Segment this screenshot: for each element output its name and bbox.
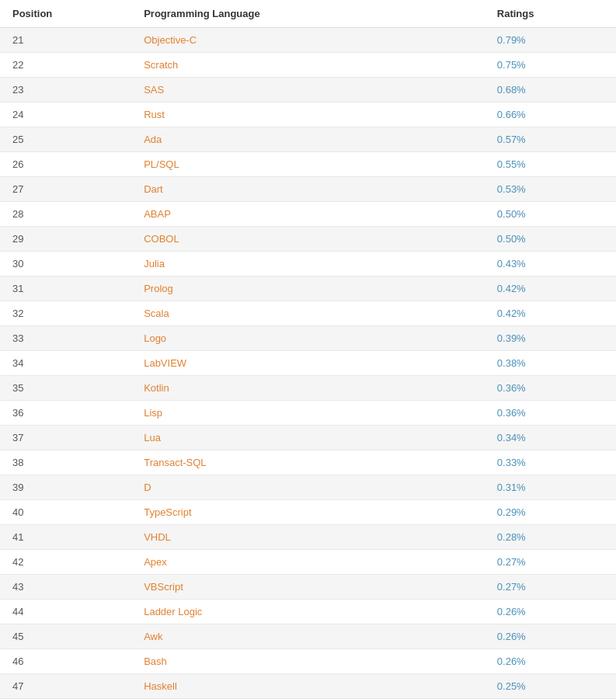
cell-rating: 0.43% [485, 252, 616, 276]
table-row: 38Transact-SQL0.33% [0, 450, 616, 475]
cell-rating: 0.38% [485, 351, 616, 376]
cell-language: Bash [131, 649, 485, 674]
cell-position: 45 [0, 624, 131, 649]
rating-value: 0.34% [497, 432, 526, 443]
cell-rating: 0.39% [485, 326, 616, 351]
rating-value: 0.66% [497, 109, 526, 120]
language-name: Lisp [144, 407, 162, 419]
cell-language: Haskell [131, 674, 485, 699]
table-row: 25Ada0.57% [0, 127, 616, 152]
cell-language: Kotlin [131, 376, 485, 401]
rating-value: 0.33% [497, 457, 526, 468]
language-name: Lua [144, 432, 161, 443]
rating-value: 0.38% [497, 357, 526, 369]
cell-rating: 0.34% [485, 426, 616, 450]
table-row: 22Scratch0.75% [0, 53, 616, 78]
table-row: 45Awk0.26% [0, 624, 616, 649]
table-header-row: Position Programming Language Ratings [0, 0, 616, 28]
cell-language: Lisp [131, 401, 485, 426]
table-row: 32Scala0.42% [0, 301, 616, 326]
header-language: Programming Language [131, 0, 485, 28]
language-name: Rust [144, 109, 165, 120]
cell-position: 36 [0, 401, 131, 426]
cell-language: Prolog [131, 276, 485, 301]
cell-position: 22 [0, 53, 131, 78]
cell-position: 29 [0, 227, 131, 252]
cell-position: 27 [0, 177, 131, 202]
table-row: 24Rust0.66% [0, 103, 616, 127]
rating-value: 0.26% [497, 606, 526, 617]
cell-rating: 0.68% [485, 78, 616, 103]
language-name: COBOL [144, 233, 179, 245]
cell-position: 30 [0, 252, 131, 276]
cell-rating: 0.26% [485, 649, 616, 674]
cell-position: 38 [0, 450, 131, 475]
cell-position: 23 [0, 78, 131, 103]
language-name: Scratch [144, 59, 178, 71]
table-row: 39D0.31% [0, 475, 616, 500]
cell-language: Rust [131, 103, 485, 127]
cell-rating: 0.26% [485, 600, 616, 624]
language-name: Kotlin [144, 382, 169, 394]
cell-language: Objective-C [131, 28, 485, 53]
table-row: 44Ladder Logic0.26% [0, 600, 616, 624]
cell-language: VBScript [131, 575, 485, 600]
cell-rating: 0.66% [485, 103, 616, 127]
table-row: 29COBOL0.50% [0, 227, 616, 252]
language-name: Ladder Logic [144, 606, 202, 617]
rating-value: 0.36% [497, 407, 526, 419]
cell-language: SAS [131, 78, 485, 103]
cell-position: 47 [0, 674, 131, 699]
language-name: Logo [144, 332, 166, 344]
cell-rating: 0.57% [485, 127, 616, 152]
cell-rating: 0.27% [485, 575, 616, 600]
language-name: Scala [144, 308, 169, 319]
rankings-table: Position Programming Language Ratings 21… [0, 0, 616, 699]
table-row: 41VHDL0.28% [0, 525, 616, 550]
rating-value: 0.42% [497, 308, 526, 319]
cell-language: ABAP [131, 202, 485, 227]
cell-rating: 0.55% [485, 152, 616, 177]
rating-value: 0.75% [497, 59, 526, 71]
cell-language: Apex [131, 550, 485, 575]
cell-language: Logo [131, 326, 485, 351]
language-name: Objective-C [144, 34, 197, 46]
cell-rating: 0.75% [485, 53, 616, 78]
language-name: Transact-SQL [144, 457, 206, 468]
cell-position: 34 [0, 351, 131, 376]
cell-language: Awk [131, 624, 485, 649]
rating-value: 0.29% [497, 506, 526, 518]
cell-rating: 0.42% [485, 276, 616, 301]
language-name: Haskell [144, 680, 177, 692]
cell-position: 26 [0, 152, 131, 177]
language-name: VHDL [144, 531, 171, 543]
rating-value: 0.31% [497, 482, 526, 493]
cell-position: 35 [0, 376, 131, 401]
cell-rating: 0.29% [485, 500, 616, 525]
language-name: Bash [144, 656, 167, 667]
cell-language: Ada [131, 127, 485, 152]
cell-rating: 0.50% [485, 227, 616, 252]
cell-rating: 0.50% [485, 202, 616, 227]
cell-position: 39 [0, 475, 131, 500]
table-row: 34LabVIEW0.38% [0, 351, 616, 376]
cell-rating: 0.31% [485, 475, 616, 500]
cell-rating: 0.79% [485, 28, 616, 53]
cell-rating: 0.27% [485, 550, 616, 575]
table-row: 43VBScript0.27% [0, 575, 616, 600]
rating-value: 0.36% [497, 382, 526, 394]
cell-position: 41 [0, 525, 131, 550]
cell-language: Lua [131, 426, 485, 450]
cell-position: 42 [0, 550, 131, 575]
table-row: 31Prolog0.42% [0, 276, 616, 301]
cell-language: COBOL [131, 227, 485, 252]
cell-position: 24 [0, 103, 131, 127]
table-container: Position Programming Language Ratings 21… [0, 0, 616, 699]
rating-value: 0.50% [497, 208, 526, 220]
language-name: Awk [144, 631, 162, 642]
table-row: 36Lisp0.36% [0, 401, 616, 426]
header-ratings: Ratings [485, 0, 616, 28]
table-row: 27Dart0.53% [0, 177, 616, 202]
rating-value: 0.57% [497, 134, 526, 145]
cell-position: 32 [0, 301, 131, 326]
